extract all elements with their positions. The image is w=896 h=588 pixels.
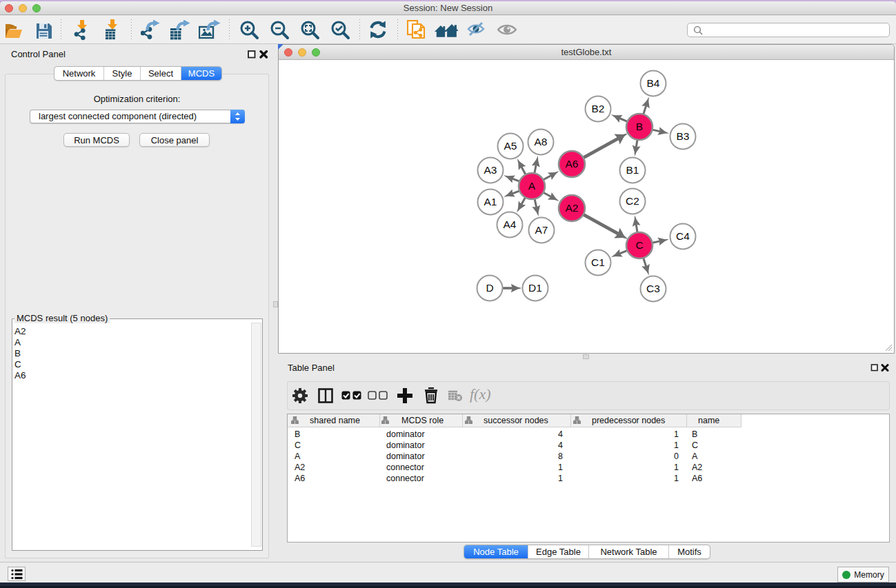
- svg-text:A6: A6: [566, 158, 579, 170]
- svg-text:C3: C3: [646, 283, 660, 294]
- svg-text:C: C: [635, 239, 643, 251]
- svg-text:D1: D1: [528, 282, 542, 294]
- svg-text:C1: C1: [591, 256, 605, 268]
- svg-text:B2: B2: [592, 103, 605, 114]
- svg-text:A4: A4: [504, 219, 517, 230]
- svg-text:A3: A3: [484, 164, 497, 176]
- svg-text:B: B: [636, 121, 643, 132]
- svg-text:A7: A7: [535, 224, 548, 236]
- svg-text:A5: A5: [504, 140, 517, 152]
- svg-text:C2: C2: [626, 195, 639, 207]
- svg-text:D: D: [486, 282, 493, 294]
- svg-text:A8: A8: [535, 136, 548, 148]
- svg-text:A1: A1: [484, 196, 497, 207]
- svg-text:A2: A2: [566, 202, 579, 214]
- svg-text:B3: B3: [677, 130, 690, 142]
- svg-text:B4: B4: [647, 77, 660, 89]
- svg-text:A: A: [528, 180, 536, 192]
- svg-text:C4: C4: [676, 230, 690, 242]
- svg-text:B1: B1: [626, 164, 639, 176]
